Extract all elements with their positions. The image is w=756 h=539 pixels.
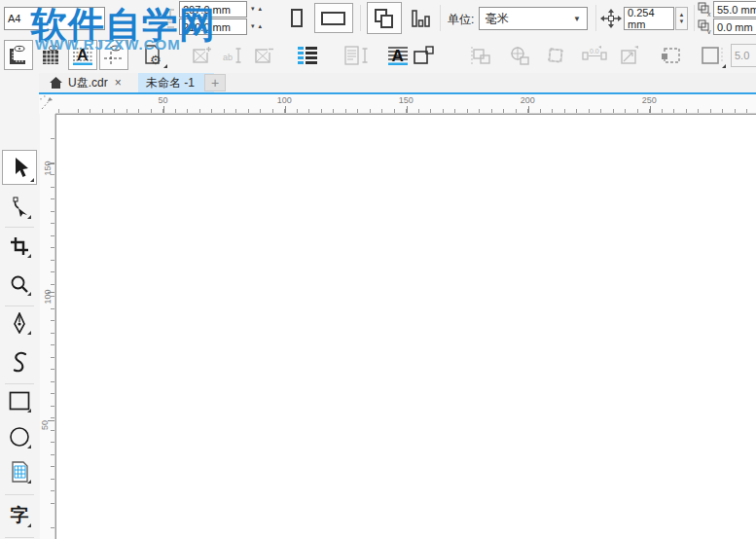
v-ruler-tick [48, 163, 54, 164]
treat-as-filled-button[interactable] [658, 40, 687, 70]
horizontal-ruler[interactable]: 50100150200250 [55, 94, 756, 114]
coreldraw-window: A4 297.0 mm ▾ ▴ 210.0 mm ▾ ▴ [0, 0, 756, 539]
new-tab-button[interactable]: + [204, 74, 226, 91]
tab-close-icon[interactable]: × [115, 76, 122, 90]
portrait-button[interactable] [284, 4, 309, 33]
snap-center-icon [508, 45, 531, 66]
grid-icon [41, 45, 60, 66]
current-page-button[interactable] [407, 4, 434, 33]
rectangle-tool-icon [9, 391, 30, 411]
show-rulers-button[interactable] [4, 40, 33, 70]
h-ruler-label-100: 100 [277, 95, 292, 105]
show-guidelines-button[interactable] [99, 40, 128, 70]
pick-tool-icon [10, 157, 29, 178]
treat-as-filled-icon [661, 45, 684, 66]
landscape-button[interactable] [314, 3, 353, 33]
page-size-select[interactable]: A4 [4, 7, 105, 30]
remove-frame-button[interactable] [251, 40, 278, 70]
ellipse-tool-icon [9, 426, 30, 448]
paper-height-spinner[interactable]: ▾ ▴ [251, 22, 263, 29]
ruler-origin-icon [39, 94, 54, 112]
vertical-ruler[interactable]: 15010050 [40, 114, 55, 539]
add-frame-button[interactable] [189, 40, 216, 70]
h-ruler-tick [285, 106, 286, 113]
ellipse-tool[interactable] [6, 423, 33, 450]
pick-tool[interactable] [2, 150, 37, 185]
portrait-icon [290, 9, 304, 28]
shape-tool[interactable] [6, 194, 33, 221]
text-properties-button[interactable]: A [383, 40, 413, 70]
text-insert-button[interactable]: ab [220, 40, 247, 70]
snap-objects-icon [471, 45, 494, 66]
scale-window-icon [619, 45, 642, 66]
ruler-origin-corner[interactable] [39, 94, 55, 114]
paper-width-input[interactable]: 297.0 mm [179, 1, 247, 18]
h-ruler-tick [650, 106, 651, 113]
tab-u-disk[interactable]: U盘.cdr × [60, 73, 150, 92]
duplicate-x-input[interactable]: 55.0 mm [713, 1, 756, 18]
outline-width-input[interactable]: 5.0 [731, 44, 756, 67]
document-tab-bar: U盘.cdr × 未命名 -1 + [39, 73, 756, 94]
crop-tool[interactable] [6, 233, 33, 260]
pen-tool[interactable] [6, 309, 33, 337]
zoom-tool[interactable] [6, 270, 33, 298]
snap-objects-button[interactable] [468, 40, 497, 70]
units-dropdown[interactable]: 毫米 ▼ [479, 7, 588, 30]
character-formatting-button[interactable]: A [68, 40, 97, 70]
nudge-distance-input[interactable]: 0.254 mm [624, 7, 674, 30]
horizontal-ruler-ticks [55, 109, 756, 113]
drawing-canvas[interactable] [55, 114, 756, 539]
pen-tool-icon [11, 312, 28, 334]
svg-text:A: A [77, 47, 89, 63]
rectangle-tool[interactable] [6, 387, 33, 414]
snap-center-button[interactable] [505, 40, 534, 70]
svg-text:0.0: 0.0 [590, 48, 599, 54]
zoom-tool-icon [10, 274, 29, 294]
current-page-icon [411, 9, 430, 28]
svg-text:⚙: ⚙ [150, 53, 162, 67]
units-label: 单位: [448, 12, 474, 28]
nudge-spinner[interactable]: ▲▼ [675, 7, 688, 30]
scale-window-button[interactable] [616, 40, 645, 70]
dynamic-dimensions-button[interactable]: 0.0 [579, 40, 610, 70]
duplicate-y-input[interactable]: 0.0 mm [713, 18, 756, 35]
curve-tool[interactable] [6, 348, 33, 376]
document-options-icon: ⚙ [141, 44, 164, 67]
snap-rotate-button[interactable] [542, 40, 571, 70]
outline-style-icon [700, 45, 725, 66]
duplicate-y-value: 0.0 mm [717, 21, 753, 33]
crop-tool-icon [10, 236, 29, 256]
outline-style-button[interactable] [697, 40, 728, 70]
property-bar: A4 297.0 mm ▾ ▴ 210.0 mm ▾ ▴ [0, 0, 756, 38]
new-tab-plus-icon: + [211, 75, 219, 90]
page-dimensions-icon [164, 8, 176, 29]
svg-text:y: y [707, 28, 711, 34]
show-grid-button[interactable] [37, 40, 64, 70]
vertical-ruler-ticks [51, 114, 54, 539]
graph-paper-tool[interactable] [6, 458, 33, 485]
rulers-icon [8, 45, 29, 66]
paper-height-input[interactable]: 210.0 mm [179, 18, 247, 35]
svg-text:A: A [392, 47, 404, 65]
h-ruler-label-250: 250 [642, 95, 657, 105]
all-pages-button[interactable] [367, 2, 402, 34]
tab-untitled-active[interactable]: 未命名 -1 [138, 73, 214, 92]
edit-text-button[interactable] [341, 40, 374, 70]
text-list-button[interactable] [293, 40, 322, 70]
units-value: 毫米 [486, 11, 509, 27]
tab-u-disk-label: U盘.cdr [68, 75, 108, 91]
duplicate-y-icon: y [698, 19, 711, 34]
remove-frame-icon [254, 45, 275, 66]
character-formatting-icon: A [72, 45, 93, 66]
svg-text:x: x [707, 11, 711, 17]
text-tool[interactable]: 字 [6, 502, 33, 529]
dropdown-caret-icon: ▼ [573, 15, 581, 23]
snap-node-button[interactable] [410, 40, 439, 70]
svg-text:ab: ab [223, 53, 233, 62]
document-options-button[interactable]: ⚙ [136, 40, 169, 70]
text-insert-icon: ab [222, 45, 245, 66]
all-pages-icon [374, 8, 395, 29]
paper-width-spinner[interactable]: ▾ ▴ [251, 5, 263, 12]
landscape-icon [321, 11, 346, 26]
page-boundary [55, 114, 756, 539]
